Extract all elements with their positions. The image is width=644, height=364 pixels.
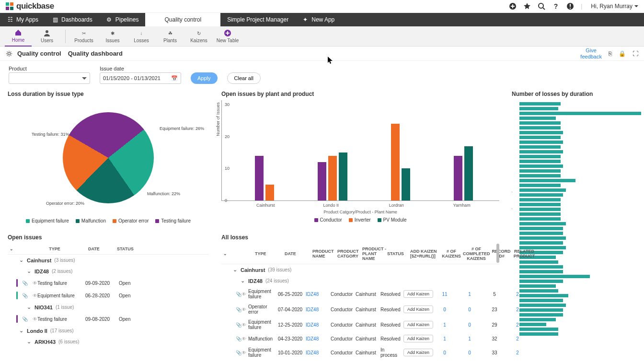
gear-icon[interactable] (6, 50, 12, 57)
table-row[interactable]: 📎👁Equipment failure06-25-2020IDZ48Conduc… (221, 286, 499, 302)
clear-all-button[interactable]: Clear all (227, 72, 261, 84)
user-menu[interactable]: Hi, Ryan Murray (591, 3, 638, 10)
add-kaizen-button[interactable]: Add Kaizen (403, 321, 433, 329)
product-select[interactable] (9, 72, 90, 84)
group-row[interactable]: ⌄Londo II (17 issues) (8, 325, 209, 336)
search-icon[interactable] (538, 2, 545, 10)
give-feedback-link[interactable]: Give feedback (580, 47, 602, 59)
tool-kaizens[interactable]: ↻Kaizens (185, 29, 212, 43)
tool-losses[interactable]: ↓Losses (128, 29, 155, 43)
svg-rect-1 (10, 2, 13, 6)
tool-new-table[interactable]: New Table (214, 29, 241, 43)
svg-point-12 (8, 52, 10, 55)
nav-dashboards[interactable]: ▥Dashboards (45, 13, 99, 26)
nav-my-apps[interactable]: ☷My Apps (0, 13, 45, 26)
subgroup-row[interactable]: ⌄NIO341 (1 issue) (8, 302, 209, 313)
table-row[interactable]: 📎👁Equipment failure10-01-2020IDZ48Conduc… (221, 345, 499, 360)
svg-rect-3 (10, 7, 13, 10)
scroll-thumb[interactable] (496, 244, 499, 263)
share-icon[interactable]: ⎘ (609, 50, 612, 57)
open-issues-title: Open issues (8, 234, 209, 241)
svg-point-10 (46, 30, 48, 33)
chevron-down-icon[interactable]: ⌄ (10, 247, 21, 251)
all-losses-card: All losses ⌄ TYPE DATE PRODUCT NAME PROD… (217, 230, 504, 364)
breadcrumb-page: Quality dashboard (68, 50, 123, 57)
tool-users[interactable]: Users (34, 29, 60, 43)
bar-legend: ConductorInverterPV Module (221, 217, 499, 223)
tool-products[interactable]: ✂Products (70, 29, 97, 43)
issue-date-picker[interactable]: 01/15/2020 - 01/13/2021📅 (100, 72, 181, 84)
nav-pipelines[interactable]: ⚙Pipelines (99, 13, 146, 26)
svg-rect-2 (6, 7, 9, 10)
pie-card: Loss duration by issue type Equipment fa… (3, 87, 214, 227)
star-icon[interactable] (523, 2, 531, 10)
group-row[interactable]: ⌄Cainhurst (3 issues) (8, 255, 209, 266)
issue-date-label: Issue date (100, 66, 181, 71)
nav-new-app[interactable]: ✦New App (295, 13, 341, 26)
tool-home[interactable]: Home (5, 26, 32, 47)
add-kaizen-button[interactable]: Add Kaizen (403, 290, 433, 298)
fullscreen-icon[interactable]: ⛶ (632, 50, 638, 57)
svg-rect-9 (570, 8, 571, 9)
bar-card: Open issues by plant and product Number … (217, 87, 504, 227)
bar-chart: Number of Issues 0102030 (221, 100, 499, 201)
breadcrumb-app[interactable]: Quality control (17, 50, 61, 57)
subgroup-row[interactable]: ⌄IDZ48 (2 issues) (8, 266, 209, 277)
table-row[interactable]: 📎👁Testing failure09-09-2020Open (8, 277, 209, 289)
hbar-chart: Duration (seconds) (512, 100, 641, 350)
hbar-title: Number of losses by duration (512, 91, 641, 97)
logo-icon (6, 2, 13, 10)
nav-simple-pm[interactable]: Simple Project Manager (220, 13, 295, 26)
alert-icon[interactable] (566, 2, 574, 10)
subgroup-row[interactable]: ⌄IDZ48 (24 issues) (221, 275, 499, 286)
table-row[interactable]: 📎👁Testing failure09-08-2020Open (8, 313, 209, 325)
brand-name: quickbase (16, 1, 54, 11)
calendar-icon: 📅 (171, 75, 178, 82)
bar-title: Open issues by plant and product (221, 91, 499, 97)
chevron-down-icon[interactable]: ⌄ (223, 251, 235, 256)
add-kaizen-button[interactable]: Add Kaizen (403, 305, 433, 313)
add-icon[interactable] (509, 2, 517, 10)
tool-plants[interactable]: ☘Plants (157, 29, 184, 43)
product-filter-label: Product (9, 66, 90, 71)
svg-point-5 (539, 3, 543, 8)
table-row[interactable]: 📎👁Equipment failure12-25-2020IDZ48Conduc… (221, 317, 499, 332)
subgroup-row[interactable]: ⌄ARKH43 (6 issues) (8, 336, 209, 347)
group-row[interactable]: ⌄Cainhurst (39 issues) (221, 264, 499, 275)
nav-quality-control[interactable]: Quality control (145, 13, 220, 26)
apply-button[interactable]: Apply (191, 72, 218, 84)
table-row[interactable]: 📎👁Malfunction04-23-2020IDZ48ConductorCai… (221, 332, 499, 345)
add-kaizen-button[interactable]: Add Kaizen (403, 349, 433, 356)
lock-icon[interactable]: 🔒 (619, 50, 626, 57)
add-kaizen-button[interactable]: Add Kaizen (403, 335, 433, 342)
table-row[interactable]: 📎👁Equipment failure06-28-2020Open (8, 289, 209, 302)
svg-text:?: ? (554, 2, 558, 10)
pie-title: Loss duration by issue type (8, 91, 209, 97)
help-icon[interactable]: ? (552, 2, 560, 10)
table-row[interactable]: 📎👁Operator error07-04-2020IDZ48Conductor… (221, 302, 499, 317)
svg-rect-8 (570, 4, 571, 7)
pie-chart (63, 112, 154, 203)
pie-legend: Equipment failureMalfunctionOperator err… (8, 218, 209, 223)
all-losses-title: All losses (221, 234, 499, 241)
tool-issues[interactable]: ✱Issues (99, 29, 126, 43)
open-issues-card: Open issues ⌄ TYPE DATE STATUS ⌄Cainhurs… (3, 230, 214, 364)
svg-rect-0 (6, 2, 9, 6)
